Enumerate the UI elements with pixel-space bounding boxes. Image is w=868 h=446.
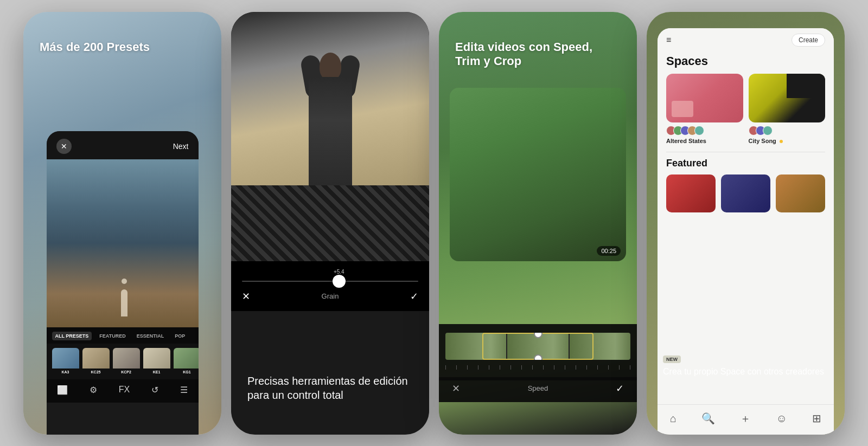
speed-label: Speed — [528, 384, 548, 392]
spaces-grid: Altered States City Song — [658, 74, 834, 152]
photo-figure — [287, 23, 374, 185]
card4-status-bar: ≡ Create — [658, 28, 834, 50]
ruler-tick — [478, 365, 478, 370]
preset-thumb-kc25[interactable]: KC25 — [82, 348, 110, 375]
slider-value: +5.4 — [334, 269, 344, 275]
card2-actions: ✕ Grain ✓ — [242, 290, 418, 302]
new-tag-badge: NEW — [663, 355, 681, 363]
ruler-tick — [489, 365, 489, 370]
space-name-altered: Altered States — [666, 138, 743, 144]
ruler-tick — [630, 365, 630, 370]
card1-toolbar: ⬜ ⚙ FX ↺ ☰ — [47, 379, 199, 403]
ruler-tick — [554, 365, 554, 370]
card1-phone-ui: ✕ Next ALL PRESETS FEATURED ESSENTIAL PO… — [47, 131, 199, 435]
card1-header: ✕ Next — [47, 131, 199, 159]
card1-photo — [47, 159, 199, 327]
space-item-citysong[interactable]: City Song — [749, 74, 826, 144]
card-spaces: ≡ Create Spaces Altered States — [647, 12, 845, 435]
card3-actions: ✕ Speed ✓ — [439, 377, 637, 402]
next-button[interactable]: Next — [173, 142, 189, 151]
toolbar-fx-icon[interactable]: FX — [119, 385, 130, 395]
ruler-tick — [576, 365, 576, 370]
presets-tabs-bar: ALL PRESETS FEATURED ESSENTIAL POP — [47, 327, 199, 344]
featured-thumb-1[interactable] — [666, 174, 716, 212]
card3-timeline — [439, 324, 637, 380]
cta-text: Crea tu propio Space con otros creadores — [663, 366, 828, 378]
cancel-button[interactable]: ✕ — [242, 290, 250, 302]
ruler-tick — [597, 365, 598, 370]
preset-thumb-kcp2[interactable]: KCP2 — [113, 348, 140, 375]
activity-dot — [780, 140, 783, 143]
ruler-tick — [608, 365, 609, 370]
presets-thumbnails: KA3 KC25 KCP2 KE1 KG1 — [47, 344, 199, 379]
space-thumb-city — [749, 74, 826, 122]
nav-home-icon[interactable]: ⌂ — [670, 412, 676, 425]
spaces-title: Spaces — [658, 50, 834, 74]
ruler-tick — [467, 365, 468, 370]
toolbar-undo-icon[interactable]: ↺ — [151, 385, 158, 395]
card3-headline: Edita videos con Speed, Trim y Crop — [455, 40, 621, 69]
card-editing-tools: +5.4 ✕ Grain ✓ Precisas herramientas de … — [231, 12, 429, 435]
featured-thumb-2[interactable] — [721, 174, 770, 212]
slider-track[interactable]: +5.4 — [242, 281, 418, 282]
preset-thumb-ka3[interactable]: KA3 — [52, 348, 79, 375]
space-name-city: City Song — [749, 138, 826, 144]
card2-photo — [231, 12, 429, 261]
toolbar-menu-icon[interactable]: ☰ — [180, 385, 188, 395]
slider-thumb[interactable] — [333, 275, 346, 288]
card1-headline: Más de 200 Presets — [40, 40, 150, 54]
ruler-tick — [565, 365, 565, 370]
photo-figure — [116, 279, 132, 316]
preset-thumb-kg1[interactable]: KG1 — [174, 348, 199, 375]
space-avatars-city — [749, 126, 826, 135]
timeline-selection[interactable] — [482, 333, 593, 360]
space-avatars-altered — [666, 126, 743, 135]
close-button[interactable]: ✕ — [56, 139, 72, 154]
figure-body — [309, 77, 352, 185]
ruler-tick — [521, 365, 522, 370]
space-item-altered[interactable]: Altered States — [666, 74, 743, 144]
featured-grid — [658, 174, 834, 212]
ruler-tick — [619, 365, 620, 370]
toolbar-frame-icon[interactable]: ⬜ — [57, 385, 68, 395]
nav-grid-icon[interactable]: ⊞ — [812, 412, 821, 425]
timeline-ruler — [445, 363, 630, 372]
confirm-button[interactable]: ✓ — [616, 383, 624, 395]
toolbar-adjust-icon[interactable]: ⚙ — [90, 385, 97, 395]
figure-head — [320, 53, 341, 80]
divider — [666, 152, 825, 152]
preset-tab-featured[interactable]: FEATURED — [96, 332, 129, 340]
trim-handle-bottom[interactable] — [534, 354, 542, 360]
card2-photo-lower — [231, 185, 429, 261]
preset-tab-essential[interactable]: ESSENTIAL — [133, 332, 168, 340]
ruler-tick — [532, 365, 533, 370]
grain-label: Grain — [322, 292, 339, 300]
card2-control-panel: +5.4 ✕ Grain ✓ — [231, 261, 429, 311]
avatar — [694, 126, 704, 135]
space-thumb-altered — [666, 74, 743, 122]
card4-cta-area: NEW Crea tu propio Space con otros cread… — [663, 353, 828, 378]
featured-title: Featured — [658, 158, 834, 174]
timeline-track[interactable] — [445, 333, 630, 360]
card2-photo-upper — [231, 12, 429, 185]
cancel-button[interactable]: ✕ — [452, 383, 460, 395]
nav-emoji-icon[interactable]: ☺ — [776, 412, 787, 425]
video-timer: 00:25 — [597, 246, 621, 256]
ruler-tick — [456, 365, 457, 370]
ruler-tick — [510, 365, 511, 370]
hamburger-menu-icon[interactable]: ≡ — [666, 35, 671, 45]
preset-tab-all[interactable]: ALL PRESETS — [52, 332, 92, 340]
ruler-tick — [445, 365, 446, 370]
ruler-tick — [543, 365, 544, 370]
ruler-tick — [586, 365, 587, 370]
nav-search-icon[interactable]: 🔍 — [701, 412, 715, 425]
preset-tab-pop[interactable]: POP — [171, 332, 188, 340]
confirm-button[interactable]: ✓ — [410, 290, 418, 302]
create-button[interactable]: Create — [792, 34, 825, 47]
trim-handle-top[interactable] — [534, 333, 542, 338]
card3-video-frame: 00:25 — [450, 88, 626, 261]
nav-add-icon[interactable]: ＋ — [740, 411, 751, 426]
preset-thumb-ke1[interactable]: KE1 — [143, 348, 170, 375]
featured-thumb-3[interactable] — [776, 174, 825, 212]
card-video-editing: Edita videos con Speed, Trim y Crop 00:2… — [439, 12, 637, 435]
